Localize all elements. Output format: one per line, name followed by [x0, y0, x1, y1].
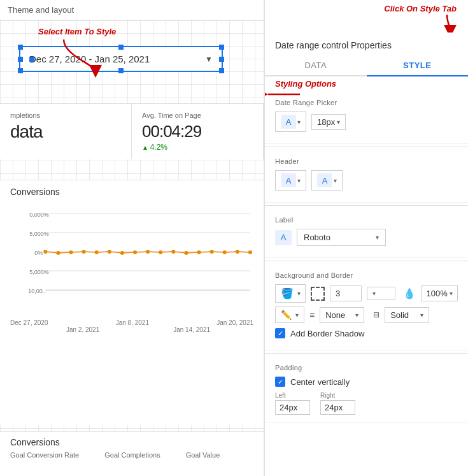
padding-right-label: Right [320, 392, 355, 399]
label-controls: A Roboto ▾ [275, 229, 458, 246]
pencil-icon: ✏️ [281, 310, 292, 320]
theme-layout-title: Theme and layout [8, 5, 74, 15]
divider-1 [265, 147, 468, 147]
lines-icon: ≡ [309, 310, 315, 320]
svg-text:0,000%: 0,000% [29, 212, 49, 218]
stats-row: mpletions data Avg. Time on Page 00:04:2… [0, 103, 264, 159]
header-controls: A ▾ A ▾ [275, 170, 458, 191]
svg-point-20 [146, 250, 150, 254]
drp-size-caret: ▾ [337, 119, 340, 126]
label-font-caret: ▾ [376, 234, 379, 241]
svg-point-21 [159, 250, 162, 254]
annotation-select-item: Select Item To Style [38, 27, 116, 36]
lines-icon-area: ≡ [309, 310, 315, 320]
chart-area: Conversions 0,000% 5,000% 0% 5,000% 10,0… [0, 180, 264, 425]
bottom-area: Conversions Goal Conversion Rate Goal Co… [0, 431, 264, 476]
section-padding: Padding ✓ Center vertically Left Right [265, 356, 468, 423]
chart-title: Conversions [10, 187, 253, 197]
drag-handle-ml[interactable] [18, 57, 23, 62]
center-vertically-checkbox[interactable]: ✓ [275, 377, 285, 387]
fill-icon: 🪣 [281, 287, 294, 299]
stat-completions-value: data [10, 122, 121, 142]
svg-text:10,00...: 10,00... [28, 288, 47, 294]
border-shadow-label: Add Border Shadow [290, 329, 364, 338]
opacity-btn[interactable]: 100% ▾ [421, 285, 458, 301]
drag-handle-mr[interactable] [219, 57, 224, 62]
stroke-color-btn[interactable]: ✏️ ▾ [275, 307, 304, 323]
tab-data[interactable]: DATA [265, 55, 367, 75]
drag-handle-tl[interactable] [18, 45, 23, 50]
drp-font-style-btn[interactable]: A ▾ [275, 112, 306, 132]
outline-style-btn[interactable]: Solid ▾ [385, 307, 429, 323]
border-icon [311, 287, 325, 301]
stat-avg-time-label: Avg. Time on Page [142, 112, 253, 119]
center-vertically-label: Center vertically [290, 377, 350, 387]
padding-left-input[interactable] [275, 400, 310, 415]
header-font2-btn[interactable]: A ▾ [311, 170, 343, 191]
border-shadow-checkbox[interactable]: ✓ [275, 328, 285, 338]
svg-text:0%: 0% [34, 250, 43, 256]
fill-caret: ▾ [297, 290, 301, 297]
padding-right-input[interactable] [320, 400, 355, 415]
border-size-value: 3 [336, 289, 340, 298]
bg-border-row1: 🪣 ▾ 3 ▾ 💧 100% ▾ [275, 284, 458, 303]
border-size-input[interactable]: 3 [330, 285, 361, 301]
padding-left-group: Left [275, 392, 310, 415]
border-size-dropdown-btn[interactable]: ▾ [367, 287, 395, 300]
label-font-name-value: Roboto [304, 233, 330, 242]
panel-header: Date range control Properties [265, 31, 468, 50]
border-size-dd-caret: ▾ [372, 290, 376, 297]
svg-point-27 [236, 250, 239, 254]
panel-tabs: DATA STYLE [265, 55, 468, 76]
svg-text:5,000%: 5,000% [29, 269, 49, 275]
svg-point-23 [184, 251, 188, 255]
svg-point-28 [248, 250, 252, 254]
tab-style[interactable]: STYLE [367, 55, 469, 76]
header-font2-icon: A [317, 173, 332, 187]
solid-lines-icon-area: ⊟ [373, 310, 379, 319]
label-font-icon: A [275, 230, 292, 245]
stat-avg-time-change: 4.2% [142, 143, 253, 152]
divider-3 [265, 261, 468, 261]
chart-svg: 0,000% 5,000% 0% 5,000% 10,00... [10, 201, 253, 315]
opacity-icon-area: 💧 [403, 287, 416, 299]
label-font-name-btn[interactable]: Roboto ▾ [297, 229, 386, 246]
svg-point-12 [43, 250, 47, 254]
section-header: Header A ▾ A ▾ [265, 150, 468, 203]
border-style-none-btn[interactable]: None ▾ [320, 307, 364, 323]
svg-point-24 [197, 250, 201, 254]
stat-completions: mpletions data [0, 104, 132, 159]
outline-style-value: Solid [390, 310, 409, 320]
date-range-text: Dec 27, 2020 - Jan 25, 2021 [29, 54, 150, 64]
date-range-widget[interactable]: Dec 27, 2020 - Jan 25, 2021 ▼ [19, 46, 223, 72]
padding-lr-row: Left Right [275, 392, 458, 415]
svg-point-19 [133, 250, 137, 254]
drp-font-size-value: 18px [317, 117, 335, 127]
border-shadow-row: ✓ Add Border Shadow [275, 328, 458, 338]
section-bg-label: Background and Border [275, 271, 458, 279]
bottom-col-2: Goal Completions [104, 451, 160, 459]
svg-point-15 [82, 250, 86, 254]
drp-controls: A ▾ 18px ▾ [275, 112, 458, 132]
drag-handle-bl[interactable] [18, 68, 23, 73]
solid-lines-icon: ⊟ [373, 310, 379, 319]
drag-handle-tm[interactable] [118, 45, 124, 50]
section-header-label: Header [275, 157, 458, 165]
date-range-dropdown-arrow[interactable]: ▼ [205, 55, 213, 64]
header-font1-btn[interactable]: A ▾ [275, 170, 306, 191]
drp-font-a-icon: A [281, 115, 296, 129]
svg-point-18 [120, 251, 124, 255]
opacity-value: 100% [427, 289, 448, 298]
section-label-label: Label [275, 216, 458, 224]
chart-x-dates: Dec 27, 2020 Jan 8, 2021 Jan 20, 2021 [10, 319, 253, 326]
svg-point-14 [69, 250, 73, 254]
fill-color-btn[interactable]: 🪣 ▾ [275, 284, 306, 303]
drag-handle-bm[interactable] [118, 68, 124, 73]
padding-left-label: Left [275, 392, 310, 399]
drag-handle-br[interactable] [219, 68, 224, 73]
drp-font-size-btn[interactable]: 18px ▾ [311, 114, 346, 130]
header-font1-caret: ▾ [297, 177, 301, 184]
annotation-click-style-tab: Click On Style Tab [384, 4, 457, 32]
divider-2 [265, 205, 468, 206]
drag-handle-tr[interactable] [219, 45, 224, 50]
